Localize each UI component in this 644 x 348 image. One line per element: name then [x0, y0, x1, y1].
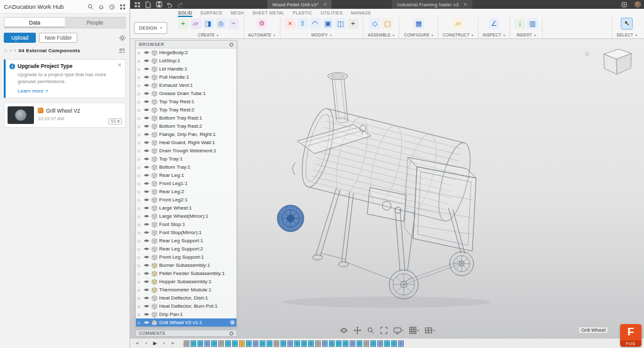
browser-item[interactable]: ▷ Large Wheel(Mirror):1	[136, 212, 236, 220]
learn-more-link[interactable]: Learn more	[18, 88, 43, 94]
ribbon-group-menu[interactable]: CREATE▾	[198, 33, 219, 37]
ribbon-group-menu[interactable]: SELECT▾	[617, 33, 637, 37]
visibility-eye-icon[interactable]	[143, 296, 150, 300]
timeline-feature-marker[interactable]	[357, 340, 362, 347]
visibility-eye-icon[interactable]	[143, 59, 150, 63]
expand-arrow-icon[interactable]: ▷	[138, 189, 142, 194]
ribbon-tab-surface[interactable]: SURFACE	[201, 10, 223, 17]
visibility-eye-icon[interactable]	[143, 181, 150, 186]
browser-item[interactable]: ▷ Bottom Tray Rest:2	[136, 122, 236, 130]
joint-icon[interactable]: ◇	[369, 18, 380, 29]
timeline-feature-marker[interactable]	[384, 340, 390, 347]
browser-item[interactable]: ▷ Bottom Tray Rest:1	[136, 114, 236, 122]
timeline-go-end-button[interactable]: »	[169, 340, 176, 347]
visibility-eye-icon[interactable]	[143, 222, 150, 227]
browser-item[interactable]: ▷ Rear Leg:2	[136, 188, 236, 196]
timeline-feature-marker[interactable]	[364, 340, 369, 347]
expand-arrow-icon[interactable]: ▷	[138, 108, 142, 112]
home-icon[interactable]: ⌂	[4, 48, 7, 53]
visibility-eye-icon[interactable]	[143, 230, 150, 235]
ribbon-group-menu[interactable]: CONSTRUCT▾	[443, 33, 474, 37]
timeline-feature-marker[interactable]	[377, 340, 383, 347]
new-component-icon[interactable]: +	[178, 18, 189, 29]
timeline-feature-marker[interactable]	[225, 340, 231, 347]
visibility-eye-icon[interactable]	[143, 108, 150, 112]
timeline-step-back-button[interactable]: ‹	[143, 340, 150, 347]
visibility-eye-icon[interactable]	[143, 214, 150, 218]
timeline-feature-marker[interactable]	[343, 340, 348, 347]
expand-arrow-icon[interactable]: ▷	[138, 75, 142, 79]
move-icon[interactable]: +	[348, 18, 358, 29]
browser-item[interactable]: ▷ Burner Subassembly:1	[136, 261, 236, 269]
comments-panel[interactable]: COMMENTS	[135, 330, 237, 337]
visibility-eye-icon[interactable]	[143, 99, 150, 104]
visibility-eye-icon[interactable]	[143, 149, 150, 153]
expand-arrow-icon[interactable]: ▷	[138, 263, 142, 267]
forward-icon[interactable]: ›	[14, 48, 16, 53]
browser-item[interactable]: ▷ Front Leg2:1	[136, 196, 236, 204]
home-view-icon[interactable]: ⌂	[585, 49, 589, 57]
activate-component-radio[interactable]	[230, 320, 235, 325]
ribbon-group-menu[interactable]: AUTOMATE▾	[248, 33, 275, 37]
timeline-feature-marker[interactable]	[232, 340, 238, 347]
browser-item[interactable]: ▷ Exhaust Vent:1	[136, 81, 236, 89]
expand-arrow-icon[interactable]: ▷	[138, 181, 142, 186]
browser-item[interactable]: ▷ Drain Trough Weldment:1	[136, 147, 236, 155]
ribbon-tab-mesh[interactable]: MESH	[231, 10, 244, 17]
timeline-feature-marker[interactable]	[204, 340, 210, 347]
close-tab-icon[interactable]: ×	[323, 2, 326, 8]
doc-tab-industrial-framing-nailer[interactable]: Industrial Framing Nailer v3 ×	[392, 0, 472, 9]
expand-arrow-icon[interactable]: ▷	[138, 214, 142, 218]
press-pull-icon[interactable]: ⇧	[297, 18, 308, 29]
visibility-eye-icon[interactable]	[143, 173, 150, 177]
expand-arrow-icon[interactable]: ▷	[138, 222, 142, 227]
extensions-icon[interactable]	[620, 1, 628, 8]
timeline-feature-marker[interactable]	[274, 340, 279, 347]
timeline-feature-marker[interactable]	[267, 340, 272, 347]
select-cursor-icon[interactable]: ↖	[621, 18, 632, 29]
browser-item[interactable]: ▷ Grill Wheel V2 v1:1	[136, 318, 236, 327]
timeline-feature-marker[interactable]	[301, 340, 307, 347]
visibility-eye-icon[interactable]	[143, 271, 150, 276]
timeline-feature-marker[interactable]	[184, 340, 189, 347]
visibility-eye-icon[interactable]	[143, 165, 150, 169]
browser-item[interactable]: ▷ Pellet Feeder Subassembly:1	[136, 269, 236, 278]
app-grid-icon[interactable]	[133, 1, 142, 8]
browser-item[interactable]: ▷ Top Tray:1	[136, 155, 236, 163]
browser-item[interactable]: ▷ Drip Pan:1	[136, 310, 236, 318]
browser-item[interactable]: ▷ Rear Leg:1	[136, 171, 236, 179]
visibility-eye-icon[interactable]	[143, 312, 150, 317]
visibility-eye-icon[interactable]	[143, 279, 150, 284]
construct-plane-icon[interactable]: ▱	[453, 18, 464, 29]
configure-icon[interactable]: ▦	[413, 18, 424, 29]
new-folder-button[interactable]: New Folder	[39, 33, 77, 43]
timeline-feature-marker[interactable]	[197, 340, 203, 347]
expand-arrow-icon[interactable]: ▷	[138, 279, 142, 284]
close-tab-icon[interactable]: ×	[464, 2, 467, 8]
extrude-icon[interactable]: ◨	[203, 18, 214, 29]
expand-arrow-icon[interactable]: ▷	[138, 116, 142, 120]
browser-item[interactable]: ▷ Front Leg1:1	[136, 179, 236, 188]
visibility-eye-icon[interactable]	[143, 140, 150, 145]
browser-item[interactable]: ▷ Top Tray Rest:2	[136, 106, 236, 114]
ribbon-group-menu[interactable]: MODIFY▾	[311, 33, 331, 37]
combine-icon[interactable]: ◫	[335, 18, 346, 29]
viewports-icon[interactable]: ▾	[425, 327, 435, 334]
settings-gear-icon[interactable]	[119, 35, 126, 42]
browser-item[interactable]: ▷ Foot Stop(Mirror):1	[136, 228, 236, 237]
ribbon-tab-utilities[interactable]: UTILITIES	[321, 10, 343, 17]
expand-arrow-icon[interactable]: ▷	[138, 304, 142, 308]
expand-arrow-icon[interactable]: ▷	[138, 83, 142, 87]
browser-item[interactable]: ▷ LidStop:1	[136, 57, 236, 65]
view-cube[interactable]	[595, 43, 639, 79]
expand-arrow-icon[interactable]: ▷	[138, 67, 142, 71]
ribbon-group-menu[interactable]: CONFIGURE▾	[404, 33, 433, 37]
expand-arrow-icon[interactable]: ▷	[138, 247, 142, 251]
timeline-play-button[interactable]: ▶	[152, 340, 158, 347]
visibility-eye-icon[interactable]	[143, 189, 150, 194]
timeline-feature-marker[interactable]	[239, 340, 245, 347]
browser-options-icon[interactable]	[230, 43, 233, 47]
timeline-feature-marker[interactable]	[280, 340, 286, 347]
expand-arrow-icon[interactable]: ▷	[138, 165, 142, 169]
expand-arrow-icon[interactable]: ▷	[138, 132, 142, 137]
